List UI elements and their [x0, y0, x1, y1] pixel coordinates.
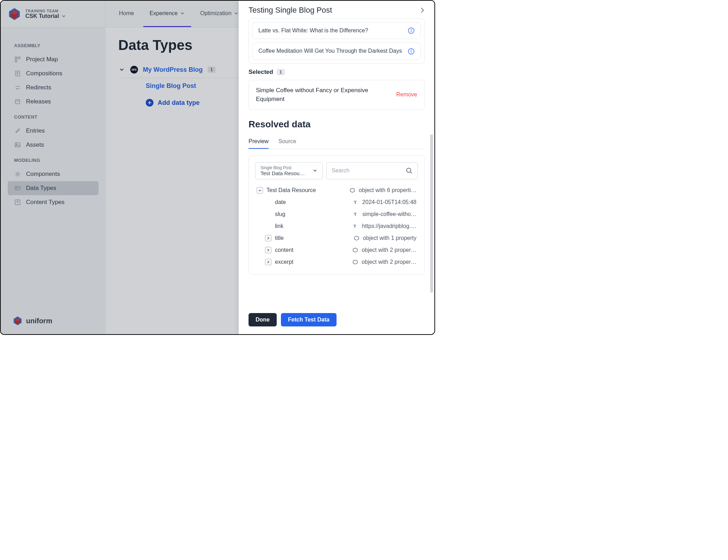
- info-icon[interactable]: [408, 27, 415, 34]
- svg-text:T: T: [353, 224, 356, 229]
- object-icon: [352, 247, 358, 253]
- selected-count: 1: [277, 69, 285, 75]
- tree-row[interactable]: excerptobject with 2 proper…: [255, 256, 418, 268]
- suggestion-list: Latte vs. Flat White: What is the Differ…: [249, 18, 425, 64]
- tab-preview[interactable]: Preview: [249, 136, 269, 149]
- scrollbar[interactable]: [430, 134, 433, 293]
- resource-dropdown[interactable]: Single Blog Post Test Data Resour…: [255, 162, 323, 179]
- info-icon[interactable]: [408, 48, 415, 55]
- drawer-body: Latte vs. Flat White: What is the Differ…: [239, 18, 434, 308]
- suggestion-item[interactable]: Coffee Meditation Will Get You Through t…: [252, 43, 421, 59]
- collapse-toggle[interactable]: [257, 187, 263, 193]
- remove-button[interactable]: Remove: [396, 91, 417, 98]
- svg-point-30: [407, 168, 411, 172]
- resolved-tabs: Preview Source: [249, 136, 425, 149]
- object-icon: [354, 235, 359, 241]
- svg-text:T: T: [354, 200, 357, 205]
- svg-point-29: [411, 50, 412, 50]
- selected-label: Selected 1: [249, 69, 425, 76]
- search-icon: [406, 167, 413, 174]
- svg-text:T: T: [354, 212, 357, 217]
- tree-row[interactable]: slugTsimple-coffee-witho…: [255, 208, 418, 220]
- expand-toggle[interactable]: [265, 235, 271, 241]
- drawer-footer: Done Fetch Test Data: [239, 308, 434, 334]
- selected-item-card: Simple Coffee without Fancy or Expensive…: [249, 80, 425, 110]
- expand-toggle[interactable]: [265, 247, 271, 253]
- tree-row[interactable]: contentobject with 2 proper…: [255, 244, 418, 256]
- svg-point-26: [411, 29, 412, 30]
- svg-marker-37: [353, 248, 357, 252]
- svg-line-31: [410, 172, 412, 173]
- done-button[interactable]: Done: [249, 313, 277, 326]
- svg-marker-38: [353, 260, 357, 264]
- object-icon: [350, 187, 355, 193]
- text-type-icon: T: [353, 199, 359, 205]
- fetch-button[interactable]: Fetch Test Data: [281, 313, 337, 326]
- svg-marker-36: [354, 236, 359, 240]
- svg-marker-32: [350, 188, 354, 192]
- drawer-header: Testing Single Blog Post: [239, 1, 434, 18]
- tree-row[interactable]: linkThttps://javadripblog.…: [255, 220, 418, 232]
- preview-box: Single Blog Post Test Data Resour… Te: [249, 155, 425, 275]
- search-box[interactable]: [326, 162, 418, 179]
- expand-toggle[interactable]: [265, 259, 271, 265]
- suggestion-item[interactable]: Latte vs. Flat White: What is the Differ…: [252, 22, 421, 39]
- selected-item-text: Simple Coffee without Fancy or Expensive…: [256, 86, 392, 104]
- text-type-icon: T: [353, 223, 358, 229]
- tree-row[interactable]: titleobject with 1 property: [255, 232, 418, 244]
- tree-root[interactable]: Test Data Resource object with 6 propert…: [255, 184, 418, 196]
- drawer-title: Testing Single Blog Post: [249, 6, 332, 15]
- text-type-icon: T: [353, 211, 359, 217]
- chevron-right-icon[interactable]: [419, 7, 426, 14]
- chevron-down-icon: [313, 168, 318, 173]
- tree-row[interactable]: dateT2024-01-05T14:05:48: [255, 196, 418, 208]
- search-input[interactable]: [332, 167, 402, 174]
- resolved-data-title: Resolved data: [249, 119, 425, 130]
- drawer-panel: Testing Single Blog Post Latte vs. Flat …: [239, 1, 434, 334]
- object-icon: [352, 259, 358, 265]
- tab-source[interactable]: Source: [278, 136, 296, 149]
